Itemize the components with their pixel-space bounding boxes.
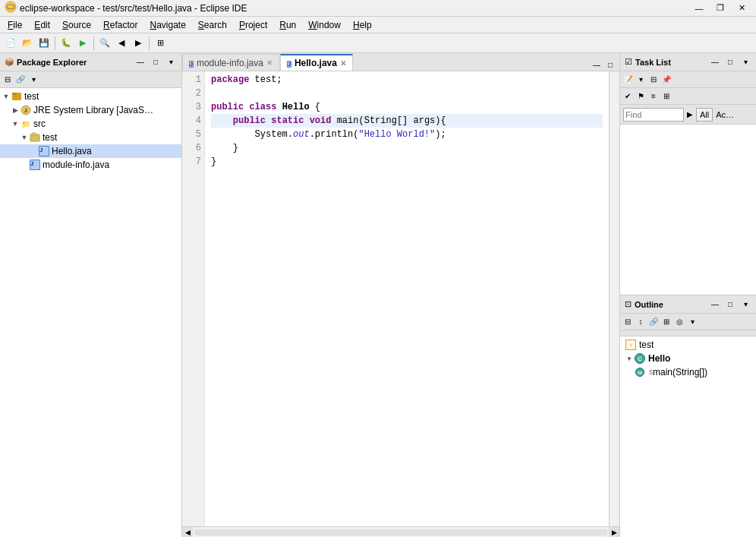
outline-tb1[interactable]: ⊟ — [622, 316, 634, 328]
outline-item-hello[interactable]: ▼ C Hello — [620, 352, 756, 365]
editor-header-controls: — □ — [591, 58, 619, 71]
pkg-explorer-maximize[interactable]: □ — [150, 56, 162, 68]
no-arrow-mod — [20, 160, 29, 169]
tb-perspective-button[interactable]: ⊞ — [153, 36, 168, 51]
outline-min[interactable]: — — [709, 299, 721, 311]
pkg-tree: ▼ test ▶ J JRE System Library [JavaS… ▼ … — [0, 88, 181, 537]
code-editor[interactable]: package test; public class Hello { publi… — [205, 71, 609, 526]
outline-tb2[interactable]: ↕ — [635, 316, 647, 328]
tree-item-jre[interactable]: ▶ J JRE System Library [JavaS… — [0, 103, 181, 117]
task-list-title: Task List — [635, 58, 706, 67]
tree-label-module: module-info.java — [43, 160, 109, 170]
tree-item-src[interactable]: ▼ 📁 src — [0, 117, 181, 131]
outline-expand-hello[interactable]: ▼ — [625, 354, 634, 363]
expand-arrow-jre[interactable]: ▶ — [11, 106, 20, 115]
tb-forward-button[interactable]: ▶ — [131, 36, 146, 51]
hello-tab-close[interactable]: ✕ — [340, 59, 346, 68]
tree-item-test-pkg[interactable]: ▼ test — [0, 131, 181, 144]
link-editor-button[interactable]: 🔗 — [14, 74, 27, 86]
editor-max-button[interactable]: □ — [604, 58, 616, 71]
editor-area: J module-info.java ✕ J Hello.java ✕ — □ … — [182, 53, 619, 537]
pkg-explorer-menu[interactable]: ▾ — [165, 56, 177, 68]
find-arrow[interactable]: ▶ — [687, 110, 693, 118]
module-info-tab-label: module-info.java — [197, 58, 263, 68]
no-arrow — [29, 147, 38, 156]
tb-open-button[interactable]: 📂 — [20, 36, 35, 51]
project-icon — [11, 90, 23, 103]
menu-help[interactable]: Help — [347, 18, 378, 32]
outline-item-test[interactable]: + test — [620, 338, 756, 352]
editor-hscrollbar[interactable]: ◀ ▶ — [182, 526, 619, 537]
tab-hello[interactable]: J Hello.java ✕ — [280, 54, 353, 71]
close-button[interactable]: ✕ — [732, 2, 751, 15]
pkg-explorer-icon: 📦 — [5, 58, 14, 66]
tab-module-info[interactable]: J module-info.java ✕ — [182, 54, 279, 71]
menu-navigate[interactable]: Navigate — [143, 18, 191, 32]
task-list-panel: ☑ Task List — □ ▾ 📝 ▾ ⊟ 📌 ✔ ⚑ ≡ ⊞ ▶ — [620, 53, 756, 295]
menu-file[interactable]: File — [2, 18, 28, 32]
tb-save-button[interactable]: 💾 — [36, 36, 52, 51]
outline-item-main[interactable]: m $ main(String[]) — [620, 365, 756, 379]
task-tb2[interactable]: ⚑ — [635, 90, 647, 103]
tb-debug-button[interactable]: 🐛 — [58, 36, 74, 51]
hello-tab-icon: J — [287, 58, 291, 68]
task-tb4[interactable]: ⊞ — [660, 90, 673, 103]
menu-edit[interactable]: Edit — [28, 18, 56, 32]
outline-class-icon: C — [634, 352, 646, 365]
task-tb3[interactable]: ≡ — [647, 90, 660, 103]
outline-menu[interactable]: ▾ — [739, 299, 751, 311]
line-numbers: 1 2 3 4 5 6 7 — [182, 71, 205, 526]
expand-arrow[interactable]: ▼ — [2, 92, 11, 101]
editor-min-button[interactable]: — — [591, 58, 603, 71]
tb-search-button[interactable]: 🔍 — [97, 36, 112, 51]
task-list-menu[interactable]: ▾ — [739, 56, 751, 68]
pkg-explorer-minimize[interactable]: — — [134, 56, 146, 68]
code-line-4: public static void main(String[] args){ — [211, 114, 603, 128]
pkg-explorer-title: Package Explorer — [17, 58, 131, 67]
tb-back-button[interactable]: ◀ — [114, 36, 129, 51]
menu-run[interactable]: Run — [273, 18, 302, 32]
task-collapse-button[interactable]: ⊟ — [647, 74, 660, 86]
tree-item-hello[interactable]: J Hello.java — [0, 144, 181, 158]
hscroll-track[interactable] — [194, 529, 607, 535]
pkg-view-menu-button[interactable]: ▾ — [27, 74, 39, 86]
task-list-max[interactable]: □ — [724, 56, 736, 68]
module-info-tab-close[interactable]: ✕ — [266, 58, 272, 67]
task-pin-button[interactable]: 📌 — [660, 74, 673, 86]
menu-project[interactable]: Project — [233, 18, 273, 32]
find-all-button[interactable]: All — [696, 108, 713, 122]
task-filter-button[interactable]: ▾ — [635, 74, 647, 86]
expand-arrow-src[interactable]: ▼ — [11, 119, 20, 128]
tree-item-module-info[interactable]: J module-info.java — [0, 158, 181, 172]
maximize-button[interactable]: ❐ — [710, 2, 730, 15]
package-explorer: 📦 Package Explorer — □ ▾ ⊟ 🔗 ▾ ▼ test — [0, 53, 182, 537]
menu-window[interactable]: Window — [302, 18, 347, 32]
outline-max[interactable]: □ — [724, 299, 736, 311]
outline-tb3[interactable]: 🔗 — [647, 316, 660, 328]
outline-tb6[interactable]: ▾ — [686, 316, 698, 328]
minimize-button[interactable]: — — [689, 2, 709, 15]
menu-refactor[interactable]: Refactor — [97, 18, 143, 32]
tb-new-button[interactable]: 📄 — [3, 36, 18, 51]
tree-item-test-project[interactable]: ▼ test — [0, 90, 181, 103]
module-file-icon: J — [29, 159, 41, 171]
code-line-5: System.out.println("Hello World!"); — [211, 128, 603, 141]
menu-search[interactable]: Search — [192, 18, 233, 32]
outline-tb4[interactable]: ⊞ — [660, 316, 673, 328]
svg-rect-7 — [32, 133, 36, 135]
menu-source[interactable]: Source — [56, 18, 97, 32]
outline-method-icon: m — [634, 366, 646, 378]
task-list-min[interactable]: — — [709, 56, 721, 68]
task-new-button[interactable]: 📝 — [622, 74, 634, 86]
scroll-right-button[interactable]: ▶ — [609, 527, 619, 538]
task-find-input[interactable] — [623, 108, 684, 122]
tb-sep-3 — [149, 36, 150, 50]
task-tb1[interactable]: ✔ — [622, 90, 634, 103]
editor-container: 1 2 3 4 5 6 7 package test; public class… — [182, 71, 619, 526]
expand-arrow-test-pkg[interactable]: ▼ — [20, 133, 29, 142]
collapse-all-button[interactable]: ⊟ — [2, 74, 14, 86]
editor-scrollbar[interactable] — [609, 71, 619, 526]
scroll-left-button[interactable]: ◀ — [182, 527, 193, 538]
tb-run-button[interactable]: ▶ — [75, 36, 90, 51]
outline-tb5[interactable]: ◎ — [673, 316, 685, 328]
